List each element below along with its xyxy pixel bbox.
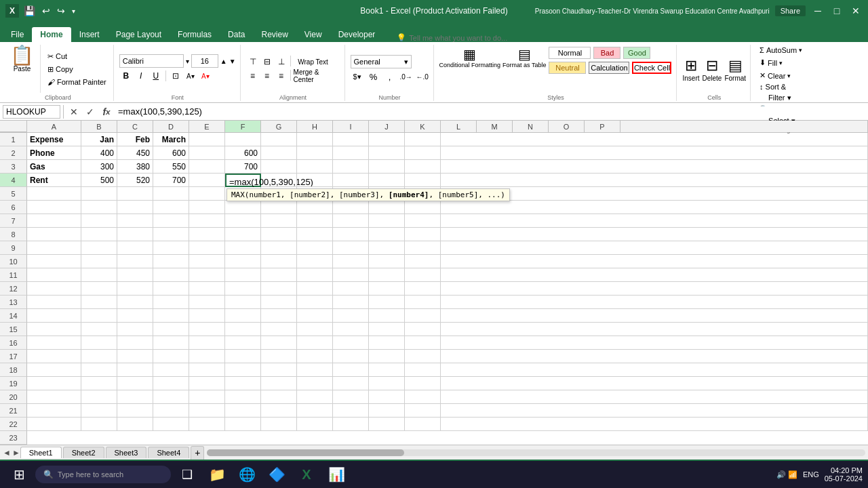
row-number-19[interactable]: 19 bbox=[0, 377, 27, 390]
minimize-button[interactable]: ─ bbox=[811, 4, 825, 18]
col-header-p[interactable]: P bbox=[585, 121, 620, 132]
start-button[interactable]: ⊞ bbox=[5, 461, 33, 488]
col-header-l[interactable]: L bbox=[441, 121, 477, 132]
paste-button[interactable]: 📋 Paste bbox=[7, 45, 37, 74]
italic-button[interactable]: I bbox=[134, 70, 148, 82]
row-number-15[interactable]: 15 bbox=[0, 323, 27, 336]
cell-b5[interactable] bbox=[81, 187, 117, 201]
cell-j4[interactable] bbox=[369, 174, 405, 187]
font-size-decrement-icon[interactable]: ▼ bbox=[229, 58, 236, 65]
font-name-dropdown-icon[interactable]: ▾ bbox=[186, 58, 189, 65]
cell-j3[interactable] bbox=[369, 160, 405, 174]
cell-c4[interactable]: 520 bbox=[117, 174, 153, 187]
font-name-input[interactable] bbox=[119, 54, 184, 68]
format-button[interactable]: ▤ Format bbox=[724, 57, 746, 82]
border-button[interactable]: ⊡ bbox=[169, 70, 182, 82]
col-header-g[interactable]: G bbox=[261, 121, 297, 132]
cell-f2[interactable]: 600 bbox=[225, 146, 261, 160]
clear-button[interactable]: ✕ Clear ▾ bbox=[756, 70, 806, 81]
col-header-c[interactable]: C bbox=[117, 121, 153, 132]
merge-center-button[interactable]: Merge & Center bbox=[293, 70, 340, 82]
cell-b1[interactable]: Jan bbox=[81, 133, 117, 146]
cell-h1[interactable] bbox=[297, 133, 333, 146]
cell-d2[interactable]: 600 bbox=[153, 146, 189, 160]
percent-button[interactable]: % bbox=[367, 70, 380, 83]
insert-button[interactable]: ⊞ Insert bbox=[682, 57, 699, 82]
cell-i2[interactable] bbox=[333, 146, 369, 160]
cell-k2[interactable] bbox=[405, 146, 441, 160]
tab-developer[interactable]: Developer bbox=[330, 27, 384, 42]
sheet-tab-2[interactable]: Sheet2 bbox=[63, 447, 104, 458]
row-number-12[interactable]: 12 bbox=[0, 282, 27, 296]
format-as-table-button[interactable]: ▤ Format as Table bbox=[502, 46, 546, 69]
cell-d4[interactable]: 700 bbox=[153, 174, 189, 187]
row-number-6[interactable]: 6 bbox=[0, 201, 27, 214]
align-left-button[interactable]: ≡ bbox=[246, 70, 260, 82]
bold-button[interactable]: B bbox=[119, 70, 133, 82]
cell-k3[interactable] bbox=[405, 160, 441, 174]
row-number-16[interactable]: 16 bbox=[0, 336, 27, 350]
copy-button[interactable]: ⊞ Copy bbox=[45, 64, 109, 75]
cell-g4[interactable] bbox=[261, 174, 297, 187]
cell-d1[interactable]: March bbox=[153, 133, 189, 146]
redo-btn[interactable]: ↪ bbox=[55, 5, 67, 16]
close-button[interactable]: ✕ bbox=[849, 4, 863, 18]
cell-e2[interactable] bbox=[189, 146, 225, 160]
cell-rest-3[interactable] bbox=[441, 160, 868, 174]
cell-h3[interactable] bbox=[297, 160, 333, 174]
cell-k1[interactable] bbox=[405, 133, 441, 146]
row-number-8[interactable]: 8 bbox=[0, 228, 27, 241]
cell-h4[interactable] bbox=[297, 174, 333, 187]
cell-rest-2[interactable] bbox=[441, 146, 868, 160]
row-number-20[interactable]: 20 bbox=[0, 390, 27, 404]
cell-f4[interactable]: =max(100,5,390,125) MAX(number1, [number… bbox=[225, 174, 261, 187]
taskbar-file-explorer[interactable]: 📁 bbox=[203, 461, 231, 488]
style-bad[interactable]: Bad bbox=[593, 47, 620, 59]
cell-f1[interactable] bbox=[225, 133, 261, 146]
formula-input[interactable] bbox=[115, 106, 865, 117]
cell-rest-1[interactable] bbox=[441, 133, 868, 146]
tab-formulas[interactable]: Formulas bbox=[170, 27, 220, 42]
sheet-tab-3[interactable]: Sheet3 bbox=[106, 447, 147, 458]
taskbar-teams[interactable]: 📊 bbox=[323, 461, 350, 488]
cell-g1[interactable] bbox=[261, 133, 297, 146]
row-number-14[interactable]: 14 bbox=[0, 309, 27, 323]
fill-button[interactable]: ⬇ Fill ▾ bbox=[756, 57, 806, 68]
row-number-21[interactable]: 21 bbox=[0, 404, 27, 418]
taskbar-edge[interactable]: 🔷 bbox=[263, 461, 290, 488]
insert-function-button[interactable]: fx bbox=[99, 105, 114, 119]
save-btn[interactable]: 💾 bbox=[22, 5, 37, 16]
col-header-i[interactable]: I bbox=[333, 121, 369, 132]
taskbar-search-box[interactable]: 🔍 Type here to search bbox=[35, 466, 171, 483]
taskbar-chrome[interactable]: 🌐 bbox=[233, 461, 260, 488]
col-header-f[interactable]: F bbox=[225, 121, 261, 132]
row-number-13[interactable]: 13 bbox=[0, 296, 27, 309]
cell-k4[interactable] bbox=[405, 174, 441, 187]
col-header-e[interactable]: E bbox=[189, 121, 225, 132]
cell-b2[interactable]: 400 bbox=[81, 146, 117, 160]
col-header-n[interactable]: N bbox=[513, 121, 549, 132]
col-header-b[interactable]: B bbox=[81, 121, 117, 132]
cell-g2[interactable] bbox=[261, 146, 297, 160]
cell-b3[interactable]: 300 bbox=[81, 160, 117, 174]
maximize-button[interactable]: □ bbox=[830, 4, 844, 18]
row-number-1[interactable]: 1 bbox=[0, 133, 27, 146]
align-center-button[interactable]: ≡ bbox=[260, 70, 274, 82]
col-header-a[interactable]: A bbox=[27, 121, 81, 132]
format-painter-button[interactable]: 🖌 Format Painter bbox=[45, 77, 109, 87]
font-size-input[interactable] bbox=[191, 54, 218, 68]
align-right-button[interactable]: ≡ bbox=[275, 70, 288, 82]
task-view-button[interactable]: ❑ bbox=[174, 461, 201, 488]
row-number-10[interactable]: 10 bbox=[0, 255, 27, 268]
cell-h2[interactable] bbox=[297, 146, 333, 160]
wrap-text-button[interactable]: Wrap Text bbox=[293, 56, 334, 68]
row-number-9[interactable]: 9 bbox=[0, 241, 27, 255]
align-top-button[interactable]: ⊤ bbox=[246, 56, 260, 68]
style-neutral[interactable]: Neutral bbox=[549, 62, 586, 74]
cell-d3[interactable]: 550 bbox=[153, 160, 189, 174]
cell-g3[interactable] bbox=[261, 160, 297, 174]
col-header-k[interactable]: K bbox=[405, 121, 441, 132]
increase-decimal-button[interactable]: .0→ bbox=[399, 70, 413, 83]
cell-i4[interactable] bbox=[333, 174, 369, 187]
style-normal[interactable]: Normal bbox=[549, 47, 591, 59]
